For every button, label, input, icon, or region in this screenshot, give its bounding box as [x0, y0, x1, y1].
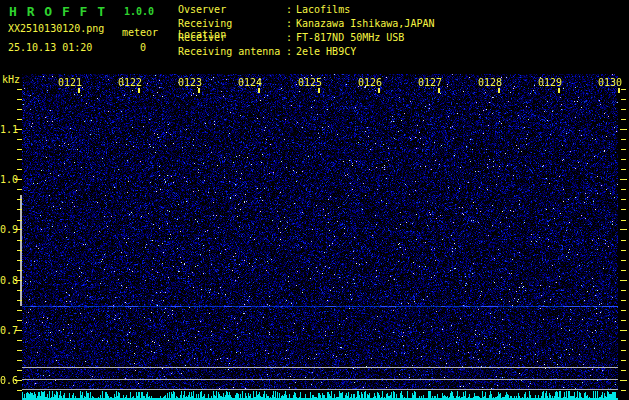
x-axis-tick — [378, 88, 380, 93]
y-axis-major-tick — [15, 280, 22, 281]
station-row-label: Receiver — [178, 32, 286, 43]
y-axis-minor-tick — [621, 390, 626, 391]
y-axis-minor-tick — [621, 340, 626, 341]
y-axis-minor-tick — [17, 260, 22, 261]
station-info-row: Ovserver:Lacofilms — [178, 4, 434, 18]
y-axis-minor-tick — [621, 149, 626, 150]
y-axis-minor-tick — [17, 159, 22, 160]
y-axis-major-tick — [15, 380, 22, 381]
station-info-row: Receiving Location:Kanazawa Ishikawa,JAP… — [178, 18, 434, 32]
x-axis-time-label: 0124 — [238, 77, 262, 88]
station-row-value: FT-817ND 50MHz USB — [296, 32, 404, 43]
y-axis-minor-tick — [621, 209, 626, 210]
station-row-separator: : — [286, 32, 296, 43]
spectrogram-noise-canvas — [22, 74, 618, 390]
level-reference-line — [22, 367, 618, 368]
y-axis-minor-tick — [17, 169, 22, 170]
y-axis-minor-tick — [621, 159, 626, 160]
y-axis-minor-tick — [621, 290, 626, 291]
signal-level-trace-canvas — [22, 390, 618, 400]
x-axis-tick — [78, 88, 80, 93]
x-axis-time-label: 0127 — [418, 77, 442, 88]
y-axis-unit-label: kHz — [2, 75, 20, 85]
station-row-value: 2ele HB9CY — [296, 46, 356, 57]
y-axis-minor-tick — [17, 270, 22, 271]
y-axis-frequency-label: 0.7 — [0, 325, 14, 336]
observation-mode-label: meteor — [122, 28, 158, 38]
x-axis-tick — [138, 88, 140, 93]
station-row-value: Kanazawa Ishikawa,JAPAN — [296, 18, 434, 29]
y-axis-minor-tick — [621, 260, 626, 261]
y-axis-minor-tick — [17, 240, 22, 241]
y-axis-minor-tick — [621, 189, 626, 190]
x-axis-tick — [618, 88, 620, 93]
y-axis-minor-tick — [17, 250, 22, 251]
station-info-row: Receiving antenna:2ele HB9CY — [178, 46, 434, 60]
level-reference-line — [22, 389, 618, 390]
y-axis-minor-tick — [621, 350, 626, 351]
y-axis-minor-tick — [17, 360, 22, 361]
capture-filename: XX2510130120.png — [8, 24, 104, 34]
y-axis-frequency-label: 1.1 — [0, 124, 14, 135]
y-axis-minor-tick — [17, 149, 22, 150]
y-axis-minor-tick — [17, 89, 22, 90]
x-axis-tick — [318, 88, 320, 93]
y-axis-minor-tick — [621, 109, 626, 110]
y-axis-major-tick — [15, 129, 22, 130]
y-axis-major-tick — [620, 280, 627, 281]
y-axis-frequency-label: 0.6 — [0, 375, 14, 386]
station-info-row: Receiver:FT-817ND 50MHz USB — [178, 32, 434, 46]
x-axis-time-label: 0123 — [178, 77, 202, 88]
x-axis-tick — [198, 88, 200, 93]
y-axis-minor-tick — [621, 169, 626, 170]
y-axis-minor-tick — [17, 370, 22, 371]
level-reference-line — [22, 379, 618, 380]
station-row-label: Ovserver — [178, 4, 286, 15]
y-axis-minor-tick — [621, 310, 626, 311]
x-axis-time-label: 0125 — [298, 77, 322, 88]
station-info-block: Ovserver:LacofilmsReceiving Location:Kan… — [178, 4, 434, 60]
x-axis-tick — [258, 88, 260, 93]
hrofft-window: H R O F F T 1.0.0 XX2510130120.png meteo… — [0, 0, 629, 400]
y-axis-minor-tick — [621, 99, 626, 100]
y-axis-minor-tick — [17, 390, 22, 391]
y-axis-major-tick — [620, 129, 627, 130]
x-axis-time-label: 0130 — [598, 77, 622, 88]
y-axis-minor-tick — [17, 189, 22, 190]
y-axis-major-tick — [620, 179, 627, 180]
y-axis-minor-tick — [17, 310, 22, 311]
station-row-separator: : — [286, 18, 296, 29]
y-axis-minor-tick — [17, 350, 22, 351]
y-axis-minor-tick — [621, 89, 626, 90]
station-row-separator: : — [286, 4, 296, 15]
y-axis-minor-tick — [621, 300, 626, 301]
station-row-label: Receiving antenna — [178, 46, 286, 57]
y-axis-major-tick — [620, 229, 627, 230]
y-axis-minor-tick — [621, 370, 626, 371]
y-axis-minor-tick — [17, 290, 22, 291]
y-axis-minor-tick — [621, 199, 626, 200]
app-title: H R O F F T — [9, 5, 106, 18]
y-axis-major-tick — [15, 330, 22, 331]
y-axis-minor-tick — [17, 109, 22, 110]
y-axis-minor-tick — [621, 360, 626, 361]
y-axis-frequency-label: 1.0 — [0, 174, 14, 185]
y-axis-minor-tick — [621, 250, 626, 251]
y-axis-minor-tick — [17, 340, 22, 341]
y-axis-minor-tick — [621, 270, 626, 271]
x-axis-tick — [498, 88, 500, 93]
x-axis-time-label: 0126 — [358, 77, 382, 88]
y-axis-minor-tick — [17, 99, 22, 100]
y-axis-frequency-label: 0.8 — [0, 275, 14, 286]
y-axis-major-tick — [15, 179, 22, 180]
y-axis-minor-tick — [621, 320, 626, 321]
y-axis-minor-tick — [17, 320, 22, 321]
station-row-separator: : — [286, 46, 296, 57]
x-axis-time-label: 0128 — [478, 77, 502, 88]
app-version: 1.0.0 — [124, 7, 154, 17]
y-axis-minor-tick — [621, 240, 626, 241]
x-axis-tick — [438, 88, 440, 93]
x-axis-tick — [558, 88, 560, 93]
y-axis-minor-tick — [17, 119, 22, 120]
y-axis-minor-tick — [17, 300, 22, 301]
